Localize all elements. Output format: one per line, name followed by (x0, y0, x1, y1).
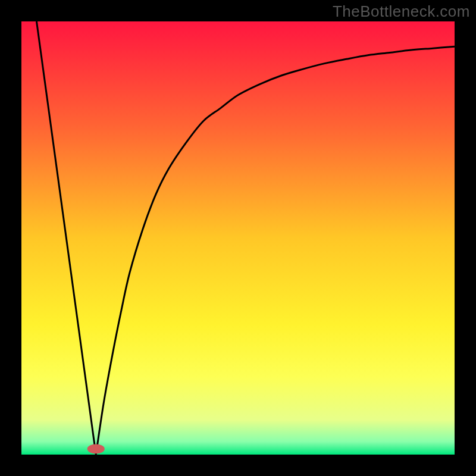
bottleneck-chart (21, 21, 455, 455)
chart-frame: TheBottleneck.com (0, 0, 476, 476)
min-marker (87, 444, 105, 454)
watermark-text: TheBottleneck.com (333, 2, 470, 21)
